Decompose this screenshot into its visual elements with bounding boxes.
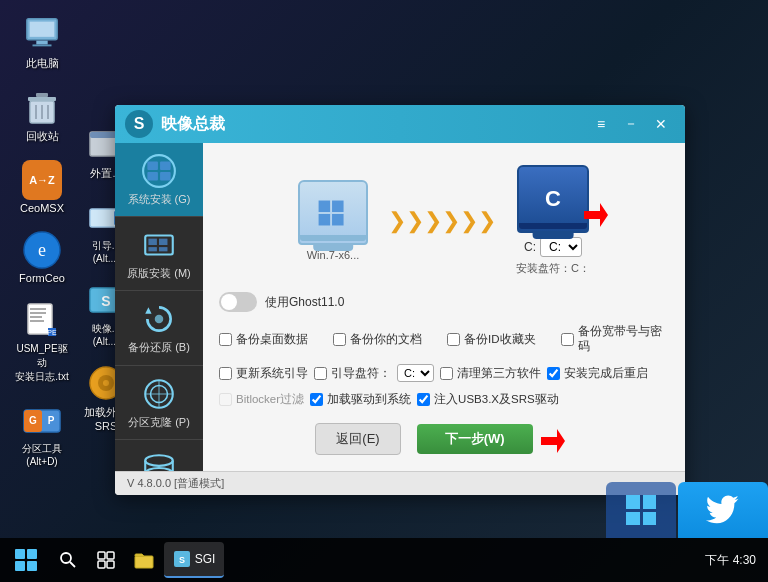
svg-text:G: G [29, 415, 37, 426]
checkboxes-row2: 更新系统引导 引导盘符： C: D: 清理第三方软件 [219, 364, 669, 382]
sidebar-backup-restore[interactable]: 备份还原 (B) [115, 291, 203, 365]
sidebar-disk-clone[interactable]: 磁盘克隆 (D) [115, 440, 203, 471]
toggle-knob [221, 294, 237, 310]
svg-rect-39 [148, 247, 156, 251]
cb-boot-drive[interactable] [314, 367, 327, 380]
desktop-icon-formceo[interactable]: e FormCeo [10, 226, 74, 288]
cb-restart-after[interactable] [547, 367, 560, 380]
taskbar-explorer-button[interactable] [126, 542, 162, 578]
cb-clean-3rd[interactable] [440, 367, 453, 380]
ghost-toggle-row: 使用Ghost11.0 [219, 290, 669, 314]
svg-rect-63 [107, 561, 114, 568]
checkbox-restart-after[interactable]: 安装完成后重启 [547, 366, 648, 381]
next-button[interactable]: 下一步(W) [417, 424, 533, 454]
usmpe-label: USM_PE驱动安装日志.txt [14, 342, 70, 384]
version-bar: V 4.8.0.0 [普通模式] [115, 471, 685, 495]
svg-rect-60 [98, 552, 105, 559]
checkboxes-row3: Bitlocker过滤 加载驱动到系统 注入USB3.X及SRS驱动 [219, 392, 669, 407]
version-text: V 4.8.0.0 [普通模式] [127, 476, 224, 491]
svg-rect-54 [319, 213, 331, 225]
cb-backup-ie[interactable] [447, 333, 460, 346]
desktop-icon-recycle[interactable]: 回收站 [10, 83, 74, 148]
minimize-button[interactable]: － [617, 112, 645, 136]
checkbox-backup-docs[interactable]: 备份你的文档 [333, 324, 441, 354]
taskbar-search-button[interactable] [50, 542, 86, 578]
svg-point-58 [61, 553, 71, 563]
arrow-6: ❯ [478, 210, 496, 232]
desktop-icon-ceomsx[interactable]: A→Z CeoMSX [10, 156, 74, 218]
title-controls: ≡ － ✕ [587, 112, 675, 136]
cb-inject-usb[interactable] [417, 393, 430, 406]
sidebar-system-install[interactable]: 系统安装 (G) [115, 143, 203, 217]
svg-rect-53 [332, 200, 344, 212]
svg-rect-16 [30, 320, 44, 322]
svg-rect-55 [332, 213, 344, 225]
sgi-label: SGI [195, 552, 216, 566]
svg-rect-33 [160, 161, 171, 169]
checkbox-update-boot[interactable]: 更新系统引导 [219, 366, 308, 381]
desktop-icon-partition[interactable]: G P 分区工具(Alt+D) [10, 396, 74, 471]
cb-label-backup-ie: 备份ID收藏夹 [464, 332, 536, 347]
checkbox-backup-ie[interactable]: 备份ID收藏夹 [447, 324, 555, 354]
cb-backup-broadband[interactable] [561, 333, 574, 346]
checkbox-clean-3rd[interactable]: 清理第三方软件 [440, 366, 541, 381]
svg-text:PE: PE [47, 329, 57, 336]
tray-time: 下午 4:30 [705, 552, 756, 569]
sidebar-partition-clone[interactable]: 分区克隆 (P) [115, 366, 203, 440]
start-button[interactable] [4, 542, 48, 578]
desktop-icons-left: 此电脑 回收站 A→Z CeoMSX [10, 10, 74, 471]
ghost-toggle-label: 使用Ghost11.0 [265, 294, 344, 311]
formceo-icon: e [22, 230, 62, 270]
desktop-icon-pc[interactable]: 此电脑 [10, 10, 74, 75]
partition-clone-icon [141, 376, 177, 412]
partition-icon: G P [22, 400, 62, 440]
svg-rect-62 [98, 561, 105, 568]
drive-selector[interactable]: C: D: E: [540, 237, 582, 257]
svg-rect-40 [159, 247, 167, 251]
title-bar-logo: S 映像总裁 [125, 110, 587, 138]
close-button[interactable]: ✕ [647, 112, 675, 136]
cb-backup-desktop[interactable] [219, 333, 232, 346]
svg-rect-34 [147, 172, 158, 180]
recycle-label: 回收站 [26, 129, 59, 144]
svg-rect-15 [30, 316, 42, 318]
svg-marker-56 [584, 203, 608, 227]
svg-rect-37 [148, 239, 156, 245]
app-logo: S [125, 110, 153, 138]
cb-backup-docs[interactable] [333, 333, 346, 346]
sidebar-system-install-label: 系统安装 (G) [128, 193, 191, 206]
cb-load-driver[interactable] [310, 393, 323, 406]
app-window: S 映像总裁 ≡ － ✕ [115, 105, 685, 495]
arrow-1: ❯ [388, 210, 406, 232]
checkbox-backup-broadband[interactable]: 备份宽带号与密码 [561, 324, 669, 354]
svg-line-59 [70, 562, 75, 567]
menu-button[interactable]: ≡ [587, 112, 615, 136]
cb-label-backup-desktop: 备份桌面数据 [236, 332, 308, 347]
red-pointer-arrow [584, 203, 608, 231]
sidebar-original-install[interactable]: 原版安装 (M) [115, 217, 203, 291]
cb-label-boot-drive: 引导盘符： [331, 366, 391, 381]
twitter-widget[interactable] [678, 482, 768, 538]
sidebar-original-install-label: 原版安装 (M) [127, 267, 191, 280]
taskbar-taskview-button[interactable] [88, 542, 124, 578]
svg-text:P: P [48, 415, 55, 426]
checkbox-inject-usb[interactable]: 注入USB3.X及SRS驱动 [417, 392, 559, 407]
cb-label-backup-docs: 备份你的文档 [350, 332, 422, 347]
checkbox-bitlocker[interactable]: Bitlocker过滤 [219, 392, 304, 407]
app-title: 映像总裁 [161, 114, 225, 135]
cb-update-boot[interactable] [219, 367, 232, 380]
title-bar: S 映像总裁 ≡ － ✕ [115, 105, 685, 143]
checkbox-boot-drive[interactable]: 引导盘符： [314, 366, 391, 381]
ghost-toggle[interactable] [219, 292, 257, 312]
cb-label-clean-3rd: 清理第三方软件 [457, 366, 541, 381]
taskbar-sgi-button[interactable]: S SGI [164, 542, 224, 578]
desktop-icon-usmpe[interactable]: PE USM_PE驱动安装日志.txt [10, 296, 74, 388]
target-drive-icon: C [517, 165, 589, 233]
checkbox-load-driver[interactable]: 加载驱动到系统 [310, 392, 411, 407]
back-button[interactable]: 返回(E) [315, 423, 400, 455]
svg-text:S: S [179, 555, 185, 565]
source-drive-icon [298, 180, 368, 245]
checkbox-backup-desktop[interactable]: 备份桌面数据 [219, 324, 327, 354]
boot-drive-selector[interactable]: C: D: [397, 364, 434, 382]
cb-bitlocker [219, 393, 232, 406]
